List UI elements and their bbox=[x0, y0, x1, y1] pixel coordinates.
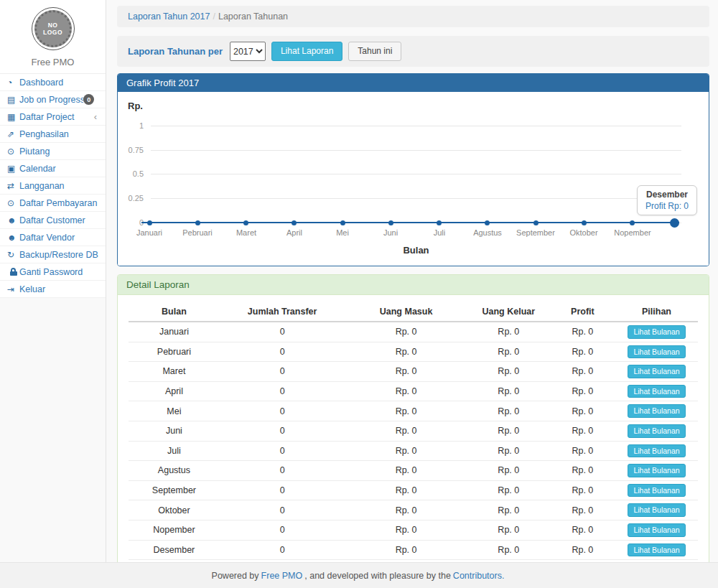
lock-icon bbox=[7, 268, 19, 276]
gridline: 1 bbox=[118, 126, 709, 126]
users-icon: ☻ bbox=[7, 215, 19, 225]
sidebar-item-piutang[interactable]: ⊙ Piutang bbox=[0, 143, 106, 160]
cell-jumlah: 0 bbox=[220, 500, 345, 521]
x-axis-title: Bulan bbox=[151, 245, 681, 256]
year-select[interactable]: 2017 bbox=[230, 42, 266, 61]
sidebar-item-ganti-password[interactable]: Ganti Password bbox=[0, 263, 106, 281]
data-point[interactable] bbox=[533, 220, 538, 225]
sidebar-item-daftar-vendor[interactable]: ☻ Daftar Vendor bbox=[0, 229, 106, 246]
logo-block: NO LOGO Free PMO bbox=[0, 0, 106, 74]
data-point[interactable] bbox=[340, 220, 345, 225]
sidebar-item-calendar[interactable]: ▣ Calendar bbox=[0, 160, 106, 177]
data-point[interactable] bbox=[243, 220, 248, 225]
data-point[interactable] bbox=[437, 220, 442, 225]
lihat-bulanan-button[interactable]: Lihat Bulanan bbox=[628, 365, 685, 378]
cell-bulan: April bbox=[129, 381, 220, 401]
lihat-bulanan-button[interactable]: Lihat Bulanan bbox=[628, 503, 685, 517]
lihat-laporan-button[interactable]: Lihat Laporan bbox=[271, 42, 342, 60]
lihat-bulanan-button[interactable]: Lihat Bulanan bbox=[628, 464, 685, 477]
data-point[interactable] bbox=[292, 220, 297, 225]
lihat-bulanan-button[interactable]: Lihat Bulanan bbox=[628, 523, 685, 537]
cell-profit: Rp. 0 bbox=[550, 520, 615, 540]
sidebar-item-penghasilan[interactable]: ⇗ Penghasilan bbox=[0, 126, 106, 143]
cell-bulan: Mei bbox=[129, 401, 220, 421]
breadcrumb: Laporan Tahun 2017/Laporan Tahunan bbox=[117, 6, 709, 27]
sidebar-item-label: Keluar bbox=[19, 284, 98, 294]
page: NO LOGO Free PMO ◔ Dashboard ▤ Job on Pr… bbox=[0, 0, 718, 588]
cell-keluar: Rp. 0 bbox=[467, 421, 550, 441]
table-row: September 0 Rp. 0 Rp. 0 Rp. 0 Lihat Bula… bbox=[129, 480, 698, 500]
table-row: Desember 0 Rp. 0 Rp. 0 Rp. 0 Lihat Bulan… bbox=[129, 540, 698, 560]
cell-masuk: Rp. 0 bbox=[345, 461, 467, 481]
sidebar-item-job-on-progress[interactable]: ▤ Job on Progress 0 bbox=[0, 91, 106, 108]
lihat-bulanan-button[interactable]: Lihat Bulanan bbox=[628, 424, 685, 438]
sidebar-item-label: Calendar bbox=[19, 164, 98, 174]
cell-jumlah: 0 bbox=[220, 421, 345, 441]
cell-masuk: Rp. 0 bbox=[345, 421, 467, 441]
cell-masuk: Rp. 0 bbox=[345, 441, 467, 461]
data-point[interactable] bbox=[147, 220, 152, 225]
lihat-bulanan-button[interactable]: Lihat Bulanan bbox=[628, 444, 685, 458]
cell-keluar: Rp. 0 bbox=[467, 461, 550, 481]
data-point[interactable] bbox=[195, 220, 200, 225]
table-row: Januari 0 Rp. 0 Rp. 0 Rp. 0 Lihat Bulana… bbox=[129, 322, 698, 342]
cell-profit: Rp. 0 bbox=[550, 441, 615, 461]
cell-bulan: Maret bbox=[129, 362, 220, 382]
table-row: Maret 0 Rp. 0 Rp. 0 Rp. 0 Lihat Bulanan bbox=[129, 362, 698, 382]
data-point-highlighted[interactable] bbox=[670, 218, 679, 228]
cell-keluar: Rp. 0 bbox=[467, 362, 550, 382]
sidebar-item-langganan[interactable]: ⇄ Langganan bbox=[0, 177, 106, 195]
cell-keluar: Rp. 0 bbox=[467, 500, 550, 521]
sidebar: NO LOGO Free PMO ◔ Dashboard ▤ Job on Pr… bbox=[0, 0, 106, 298]
tahun-ini-button[interactable]: Tahun ini bbox=[348, 42, 401, 60]
data-point[interactable] bbox=[630, 220, 635, 225]
cell-masuk: Rp. 0 bbox=[345, 500, 467, 521]
sidebar-item-label: Daftar Pembayaran bbox=[19, 198, 98, 208]
lihat-bulanan-button[interactable]: Lihat Bulanan bbox=[628, 404, 685, 418]
sign-out-icon: ⇥ bbox=[7, 284, 19, 294]
logo-text-line1: NO bbox=[48, 22, 58, 29]
sidebar-item-label: Piutang bbox=[19, 146, 98, 157]
sidebar-item-backup-restore-db[interactable]: ↻ Backup/Restore DB bbox=[0, 246, 106, 263]
lihat-bulanan-button[interactable]: Lihat Bulanan bbox=[628, 484, 685, 498]
data-point[interactable] bbox=[388, 220, 393, 225]
report-table-wrap: Bulan Jumlah Transfer Uang Masuk Uang Ke… bbox=[118, 295, 709, 587]
sidebar-item-daftar-customer[interactable]: ☻ Daftar Customer bbox=[0, 212, 106, 229]
sidebar-item-daftar-pembayaran[interactable]: ⊙ Daftar Pembayaran bbox=[0, 195, 106, 212]
cell-jumlah: 0 bbox=[220, 520, 345, 540]
lihat-bulanan-button[interactable]: Lihat Bulanan bbox=[628, 543, 685, 557]
sidebar-item-label: Job on Progress bbox=[19, 95, 83, 105]
table-row: Oktober 0 Rp. 0 Rp. 0 Rp. 0 Lihat Bulana… bbox=[129, 500, 698, 521]
footer-link-contributors[interactable]: Contributors. bbox=[453, 571, 505, 581]
detail-laporan-panel: Detail Laporan Bulan Jumlah Transfer Uan… bbox=[117, 274, 709, 588]
breadcrumb-link-laporan-tahun[interactable]: Laporan Tahun 2017 bbox=[128, 11, 210, 22]
data-point[interactable] bbox=[485, 220, 490, 225]
calendar-icon: ▣ bbox=[7, 164, 19, 174]
cell-profit: Rp. 0 bbox=[550, 461, 615, 481]
cell-masuk: Rp. 0 bbox=[345, 381, 467, 401]
sidebar-item-keluar[interactable]: ⇥ Keluar bbox=[0, 281, 106, 298]
users-icon: ☻ bbox=[7, 233, 19, 243]
data-point[interactable] bbox=[582, 220, 587, 225]
cell-bulan: Desember bbox=[129, 540, 220, 560]
cell-masuk: Rp. 0 bbox=[345, 322, 467, 342]
footer-link-free-pmo[interactable]: Free PMO bbox=[261, 571, 303, 581]
lihat-bulanan-button[interactable]: Lihat Bulanan bbox=[628, 325, 685, 339]
detail-panel-title: Detail Laporan bbox=[118, 275, 709, 295]
table-header-row: Bulan Jumlah Transfer Uang Masuk Uang Ke… bbox=[129, 302, 698, 322]
col-header-profit: Profit bbox=[550, 302, 615, 322]
sidebar-item-daftar-project[interactable]: ▦ Daftar Project ‹ bbox=[0, 108, 106, 126]
logo: NO LOGO bbox=[32, 7, 75, 50]
cell-masuk: Rp. 0 bbox=[345, 401, 467, 421]
cell-keluar: Rp. 0 bbox=[467, 322, 550, 342]
table-row: Pebruari 0 Rp. 0 Rp. 0 Rp. 0 Lihat Bulan… bbox=[129, 342, 698, 362]
lihat-bulanan-button[interactable]: Lihat Bulanan bbox=[628, 385, 685, 398]
sidebar-item-label: Penghasilan bbox=[19, 129, 98, 139]
sidebar-item-dashboard[interactable]: ◔ Dashboard bbox=[0, 74, 106, 91]
lihat-bulanan-button[interactable]: Lihat Bulanan bbox=[628, 345, 685, 359]
chevron-left-icon: ‹ bbox=[94, 111, 97, 122]
cell-profit: Rp. 0 bbox=[550, 362, 615, 382]
brand-name: Free PMO bbox=[0, 57, 106, 67]
gridline: 0.75 bbox=[118, 150, 709, 151]
y-tick-label: 0.5 bbox=[118, 169, 144, 178]
